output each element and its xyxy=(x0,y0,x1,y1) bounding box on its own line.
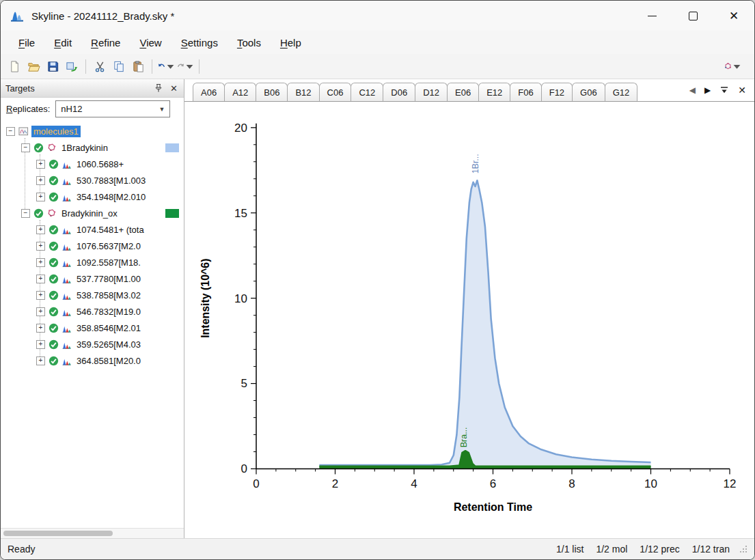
toolbar-separator xyxy=(85,59,86,74)
replicates-dropdown[interactable]: nH12 ▼ xyxy=(55,100,170,117)
transition-icon xyxy=(61,356,72,366)
tree-item[interactable]: +1092.5587[M18. xyxy=(1,254,184,270)
tree-item-label: 354.1948[M2.010 xyxy=(74,191,148,203)
expand-icon[interactable]: + xyxy=(36,356,45,365)
expand-icon[interactable]: + xyxy=(36,291,45,300)
expand-icon[interactable]: + xyxy=(36,242,45,251)
undo-button[interactable] xyxy=(157,57,175,75)
open-folder-button[interactable] xyxy=(25,57,42,75)
status-counts: 1/1 list1/2 mol1/12 prec1/12 tran xyxy=(556,544,730,555)
paste-button[interactable] xyxy=(129,57,147,75)
tab-e12[interactable]: E12 xyxy=(478,83,510,101)
tab-e06[interactable]: E06 xyxy=(447,83,479,101)
tab-b12[interactable]: B12 xyxy=(287,83,319,101)
ui-mode-molecule-button[interactable] xyxy=(724,57,741,75)
check-circle-icon xyxy=(49,339,59,350)
chromatogram-plot[interactable]: 05101520024681012Retention TimeIntensity… xyxy=(184,102,754,538)
save-button[interactable] xyxy=(44,57,61,75)
close-button[interactable]: ✕ xyxy=(713,1,754,31)
tab-c12[interactable]: C12 xyxy=(351,83,383,101)
pin-icon[interactable] xyxy=(153,83,163,94)
tab-list-icon[interactable] xyxy=(719,85,729,95)
transition-icon xyxy=(61,176,72,186)
collapse-icon[interactable]: − xyxy=(21,143,30,152)
tab-g12[interactable]: G12 xyxy=(605,83,638,101)
expand-icon[interactable]: + xyxy=(36,275,45,283)
tab-d12[interactable]: D12 xyxy=(415,83,448,101)
tree-item[interactable]: +538.7858[M3.02 xyxy=(1,287,184,303)
chromatogram-chart: 05101520024681012Retention TimeIntensity… xyxy=(184,102,754,538)
expand-icon[interactable]: + xyxy=(36,193,45,201)
tab-c06[interactable]: C06 xyxy=(319,83,352,101)
status-bar: Ready 1/1 list1/2 mol1/12 prec1/12 tran xyxy=(1,538,754,559)
tree-item[interactable]: −1Bradykinin xyxy=(1,139,184,156)
expand-icon[interactable]: + xyxy=(36,176,45,185)
check-circle-icon xyxy=(49,257,59,268)
check-circle-icon xyxy=(49,323,59,333)
tree-item[interactable]: −Bradykinin_ox xyxy=(1,205,184,221)
expand-icon[interactable]: + xyxy=(36,307,45,316)
tab-f06[interactable]: F06 xyxy=(510,83,541,101)
check-circle-icon xyxy=(49,356,59,366)
status-count: 1/2 mol xyxy=(596,544,627,555)
transition-icon xyxy=(61,159,72,169)
tab-g06[interactable]: G06 xyxy=(572,83,605,101)
targets-close-icon[interactable]: ✕ xyxy=(169,83,179,94)
tree-item[interactable]: −molecules1 xyxy=(1,123,184,139)
menu-item-help[interactable]: Help xyxy=(271,33,311,52)
tree-item[interactable]: +546.7832[M19.0 xyxy=(1,303,184,320)
menu-item-refine[interactable]: Refine xyxy=(81,33,130,52)
tree-item[interactable]: +530.7883[M1.003 xyxy=(1,172,184,188)
tree-item-label: 538.7858[M3.02 xyxy=(74,290,143,301)
publish-button[interactable] xyxy=(63,57,81,75)
menu-item-edit[interactable]: Edit xyxy=(44,33,81,52)
tree-item-label: 530.7883[M1.003 xyxy=(74,175,148,186)
collapse-icon[interactable]: − xyxy=(21,209,30,218)
resize-grip[interactable] xyxy=(739,545,747,553)
tree-item[interactable]: +1076.5637[M2.0 xyxy=(1,238,184,254)
tab-d06[interactable]: D06 xyxy=(383,83,415,101)
tree-item[interactable]: +1060.5688+ xyxy=(1,156,184,172)
status-count: 1/12 tran xyxy=(692,544,730,555)
menu-item-settings[interactable]: Settings xyxy=(171,33,228,52)
tree-item[interactable]: +354.1948[M2.010 xyxy=(1,188,184,205)
tab-a06[interactable]: A06 xyxy=(193,83,225,101)
copy-button[interactable] xyxy=(110,57,128,75)
check-circle-icon xyxy=(49,192,59,202)
menu-item-view[interactable]: View xyxy=(130,33,171,52)
tab-b06[interactable]: B06 xyxy=(256,83,288,101)
scroll-tabs-right-icon[interactable]: ▶ xyxy=(704,85,711,95)
targets-panel: Targets ✕ Replicates: nH12 ▼ −molecules1… xyxy=(1,79,184,538)
expand-icon[interactable]: + xyxy=(36,340,45,349)
minimize-button[interactable] xyxy=(631,1,672,31)
expand-icon[interactable]: + xyxy=(36,225,45,234)
svg-text:1Br...: 1Br... xyxy=(471,154,480,173)
tree-item[interactable]: +1074.5481+ (tota xyxy=(1,221,184,238)
check-circle-icon xyxy=(49,225,59,235)
redo-button[interactable] xyxy=(176,57,194,75)
menu-item-tools[interactable]: Tools xyxy=(228,33,271,52)
cut-button[interactable] xyxy=(91,57,109,75)
expand-icon[interactable]: + xyxy=(36,258,45,267)
collapse-icon[interactable]: − xyxy=(6,127,15,136)
scrollbar-thumb[interactable] xyxy=(3,531,113,536)
tab-a12[interactable]: A12 xyxy=(224,83,256,101)
tree-item[interactable]: +358.8546[M2.01 xyxy=(1,320,184,336)
scroll-tabs-left-icon[interactable]: ◀ xyxy=(689,85,696,95)
expand-icon[interactable]: + xyxy=(36,324,45,333)
svg-text:Retention Time: Retention Time xyxy=(454,501,532,513)
tree-item[interactable]: +537.7780[M1.00 xyxy=(1,270,184,287)
menu-item-file[interactable]: File xyxy=(9,33,44,52)
targets-panel-title: Targets xyxy=(5,83,148,94)
new-document-button[interactable] xyxy=(5,57,23,75)
expand-icon[interactable]: + xyxy=(36,160,45,169)
tree-item[interactable]: +359.5265[M4.03 xyxy=(1,336,184,352)
chromatogram-pane: A06A12B06B12C06C12D06D12E06E12F06F12G06G… xyxy=(184,79,754,538)
tab-close-icon[interactable]: ✕ xyxy=(738,85,746,96)
tab-f12[interactable]: F12 xyxy=(541,83,573,101)
tree-item[interactable]: +364.8581[M20.0 xyxy=(1,352,184,369)
skyline-logo-icon xyxy=(10,8,25,23)
tabs-container: A06A12B06B12C06C12D06D12E06E12F06F12G06G… xyxy=(193,83,637,101)
targets-hscrollbar[interactable] xyxy=(1,528,184,538)
maximize-button[interactable] xyxy=(672,1,713,31)
